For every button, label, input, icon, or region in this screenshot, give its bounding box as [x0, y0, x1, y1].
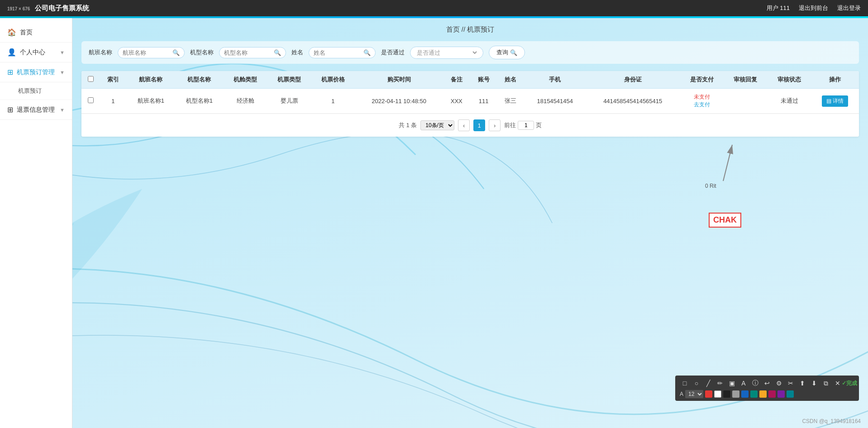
back-btn[interactable]: 退出到前台	[799, 4, 828, 12]
color-blue[interactable]	[741, 390, 749, 398]
search-bar: 航班名称 🔍 机型名称 🔍 姓名 🔍 是否通过	[81, 41, 859, 64]
profile-icon: 👤	[7, 48, 16, 57]
color-red[interactable]	[705, 390, 712, 398]
color-gray[interactable]	[732, 390, 739, 398]
name-input[interactable]	[314, 49, 363, 56]
model-input[interactable]	[224, 49, 274, 56]
col-id-card: 身份证	[586, 71, 680, 89]
col-checkbox	[81, 71, 100, 89]
cell-review-reply	[724, 89, 768, 114]
table-header-row: 索引 航班名称 机型名称 机舱类型 机票类型 机票价格 购买时间 备注 账号 姓…	[81, 71, 859, 89]
app-title: 1917 × 676 公司电子售票系统	[7, 4, 89, 13]
font-size-select[interactable]: 12 14 16 18 24	[685, 390, 703, 398]
page-1-btn[interactable]: 1	[473, 119, 485, 131]
text-tool-icon[interactable]: A	[739, 378, 749, 388]
detail-icon: ▤	[826, 98, 831, 104]
color-teal[interactable]	[750, 390, 758, 398]
annotation-toolbar: □ ○ ╱ ✏ ▣ A ⓘ ↩ ⚙ ✂ ⬆ ⬇ ⧉ ✕ ✓完成 A 12 14 …	[675, 376, 859, 401]
color-cyan[interactable]	[787, 390, 794, 398]
cell-checkbox	[81, 89, 100, 114]
col-review-status: 审核状态	[768, 71, 811, 89]
undo-tool-icon[interactable]: ↩	[762, 378, 772, 388]
font-label: A	[680, 391, 683, 397]
cell-buy-time: 2022-04-11 10:48:50	[355, 89, 443, 114]
sidebar-item-profile[interactable]: 👤 个人中心 ▼	[0, 43, 72, 62]
next-page-btn[interactable]: ›	[489, 119, 501, 131]
cell-action: ▤ 详情	[811, 89, 859, 114]
cell-phone: 18154541454	[524, 89, 586, 114]
cell-cabin: 经济舱	[224, 89, 267, 114]
row-checkbox[interactable]	[88, 97, 94, 103]
logout-btn[interactable]: 退出登录	[837, 4, 861, 12]
select-all-checkbox[interactable]	[88, 76, 94, 82]
per-page-select[interactable]: 10条/页 20条/页 50条/页	[420, 120, 454, 130]
download-tool-icon[interactable]: ⬇	[809, 378, 819, 388]
svg-line-2	[723, 145, 732, 181]
cell-id-card: 441458545414565415	[586, 89, 680, 114]
approval-label: 是否通过	[381, 48, 405, 57]
data-table: 索引 航班名称 机型名称 机舱类型 机票类型 机票价格 购买时间 备注 账号 姓…	[81, 71, 859, 114]
scissors-tool-icon[interactable]: ✂	[786, 378, 796, 388]
grid-icon-2: ⊞	[7, 105, 13, 114]
total-count: 共 1 条	[399, 121, 417, 129]
sidebar-item-home[interactable]: 🏠 首页	[0, 23, 72, 43]
page-goto: 前往 页	[504, 121, 542, 130]
copy-tool-icon[interactable]: ⧉	[821, 378, 831, 388]
sidebar-item-ticket-mgmt-label: 机票预订管理	[17, 68, 55, 76]
cell-account: 111	[470, 89, 497, 114]
pencil-tool-icon[interactable]: ✏	[715, 378, 725, 388]
col-price: 机票价格	[311, 71, 355, 89]
sidebar-item-refund-mgmt[interactable]: ⊞ 退票信息管理 ▼	[0, 100, 72, 120]
circle-tool-icon[interactable]: ○	[692, 378, 701, 388]
info-tool-icon[interactable]: ⓘ	[750, 378, 760, 388]
prev-page-btn[interactable]: ‹	[458, 119, 470, 131]
col-review-reply: 审核回复	[724, 71, 768, 89]
header-actions: 用户 111 退出到前台 退出登录	[767, 4, 861, 12]
goto-input[interactable]	[518, 121, 534, 130]
settings-tool-icon[interactable]: ⚙	[774, 378, 784, 388]
cell-flight: 航班名称1	[127, 89, 175, 114]
col-cabin: 机舱类型	[224, 71, 267, 89]
sidebar-item-home-label: 首页	[20, 29, 33, 37]
color-purple[interactable]	[777, 390, 785, 398]
color-pink[interactable]	[768, 390, 776, 398]
search-icon-name: 🔍	[363, 49, 371, 56]
color-white[interactable]	[714, 390, 721, 398]
content-area: 首页 // 机票预订 航班名称 🔍 机型名称 🔍 姓名 🔍	[72, 18, 868, 428]
flight-label: 航班名称	[89, 48, 112, 57]
col-index: 索引	[100, 71, 127, 89]
close-tool-icon[interactable]: ✕	[833, 378, 843, 388]
upload-tool-icon[interactable]: ⬆	[797, 378, 807, 388]
arrow-annotation: 0 Rit	[705, 136, 741, 190]
grid-icon: ⊞	[7, 68, 13, 76]
line-tool-icon[interactable]: ╱	[703, 378, 713, 388]
query-search-icon: 🔍	[510, 49, 517, 56]
sidebar-item-ticket-mgmt[interactable]: ⊞ 机票预订管理 ▼	[0, 62, 72, 82]
col-phone: 手机	[524, 71, 586, 89]
color-black[interactable]	[723, 390, 730, 398]
color-yellow[interactable]	[759, 390, 767, 398]
toolbar-row-1: □ ○ ╱ ✏ ▣ A ⓘ ↩ ⚙ ✂ ⬆ ⬇ ⧉ ✕ ✓完成	[680, 378, 854, 388]
image-tool-icon[interactable]: ▣	[727, 378, 737, 388]
detail-button[interactable]: ▤ 详情	[822, 95, 848, 107]
model-label: 机型名称	[190, 48, 214, 57]
sidebar-item-ticket-booking[interactable]: 机票预订	[0, 82, 72, 100]
sidebar: 🏠 首页 👤 个人中心 ▼ ⊞ 机票预订管理 ▼ 机票预订 ⊞ 退票信息管理 ▼	[0, 18, 72, 428]
col-action: 操作	[811, 71, 859, 89]
pay-link[interactable]: 去支付	[683, 101, 720, 109]
svg-text:0 Rit: 0 Rit	[705, 183, 716, 189]
cell-index: 1	[100, 89, 127, 114]
sidebar-item-refund-mgmt-label: 退票信息管理	[17, 106, 55, 114]
cell-model: 机型名称1	[175, 89, 224, 114]
unpaid-status: 未支付	[683, 93, 720, 101]
rect-tool-icon[interactable]: □	[680, 378, 690, 388]
approval-select[interactable]: 是否通过	[415, 49, 478, 57]
page-label: 页	[536, 121, 542, 129]
name-input-wrap: 🔍	[309, 47, 376, 58]
flight-input[interactable]	[123, 49, 172, 56]
search-icon-flight: 🔍	[172, 49, 180, 56]
table-container: 索引 航班名称 机型名称 机舱类型 机票类型 机票价格 购买时间 备注 账号 姓…	[81, 71, 859, 137]
query-button[interactable]: 查询 🔍	[489, 46, 525, 59]
cell-paid: 未支付 去支付	[680, 89, 724, 114]
done-button[interactable]: ✓完成	[844, 378, 854, 388]
